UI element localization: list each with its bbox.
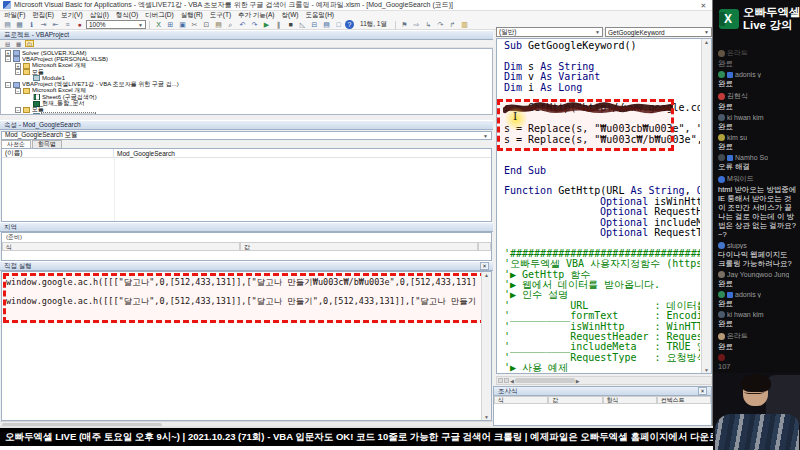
watch-column-header[interactable]: 컨텍스트 [657, 396, 711, 404]
code-line[interactable]: '▶ GetHttp 함수 [504, 270, 700, 280]
menu-item-7[interactable]: 도구(T) [210, 11, 231, 20]
code-line[interactable]: '오빠두엑셀 VBA 사용자지정함수 (https://www.opp [504, 259, 700, 269]
run-icon[interactable]: ▶ [261, 20, 272, 29]
menu-item-10[interactable]: 도움말(H) [306, 11, 335, 20]
code-line[interactable]: Sub GetGoogleKeyword() [504, 41, 700, 51]
watch-column-header[interactable]: 식 [494, 396, 548, 404]
expand-icon[interactable]: + [15, 63, 21, 69]
code-line[interactable]: Function GetHttp(URL As String, Optional… [504, 186, 700, 196]
menu-item-1[interactable]: 편집(E) [32, 11, 54, 20]
comment-block-icon[interactable]: ≡ [62, 20, 73, 29]
code-line[interactable]: Dim v As Variant [504, 72, 700, 82]
cut-icon[interactable]: ✂ [189, 20, 200, 29]
code-line[interactable]: '__________RequestHeader : RequestHead [504, 332, 700, 342]
view-excel-icon[interactable]: X [153, 20, 164, 29]
locals-column-header[interactable]: 식 [2, 242, 240, 251]
bookmark-icon[interactable]: ⚑ [399, 20, 410, 29]
design-mode-icon[interactable]: ◺ [297, 20, 308, 29]
constant-list-icon[interactable]: ▦ [14, 20, 25, 29]
find-icon[interactable]: ⌕ [225, 20, 236, 29]
horizontal-scrollbar[interactable]: ◀▶ [496, 376, 712, 385]
view-code-icon[interactable]: ▤ [3, 40, 12, 47]
tree-item[interactable]: Mod_GoogleSearch [1, 113, 492, 115]
close-icon[interactable]: ✕ [698, 1, 709, 10]
code-line[interactable]: '▶ 인수 설명 [504, 290, 700, 300]
chat-list[interactable]: Jay Youngwoo Jung완료메노즈완료Kevin Ahn완료은라트완료… [713, 44, 800, 373]
menu-item-8[interactable]: 추가 기능(A) [238, 11, 274, 20]
outdent-icon[interactable]: ⇤ [50, 20, 61, 29]
menu-item-6[interactable]: 실행(R) [181, 11, 203, 20]
watch-column-header[interactable]: 값 [548, 396, 602, 404]
breakpoint-icon[interactable]: ● [74, 20, 85, 29]
locals-panel-header[interactable]: 지역 [0, 222, 493, 232]
code-line[interactable]: '__________formText : Encoding 된 [504, 311, 700, 321]
scrollbar[interactable]: ▲▼ [481, 272, 491, 420]
code-line[interactable]: '__________isWinHttp : WinHTTP 로 [504, 322, 700, 332]
insert-userform-icon[interactable]: ⊞ [165, 20, 176, 29]
collapse-icon[interactable]: − [15, 88, 21, 94]
collapse-icon[interactable]: − [5, 82, 11, 88]
watch-column-header[interactable]: 형식 [603, 396, 657, 404]
menu-item-5[interactable]: 디버그(D) [145, 11, 174, 20]
properties-panel-header[interactable]: 속성 - Mod_GoogleSearch [0, 120, 493, 130]
copy-icon[interactable]: ⊡ [201, 20, 212, 29]
properties-window-icon[interactable]: ▤ [321, 20, 332, 29]
locals-body[interactable] [1, 251, 492, 261]
title-bar[interactable]: Microsoft Visual Basic for Applications … [0, 0, 712, 11]
menu-item-9[interactable]: 창(W) [282, 11, 299, 20]
code-line[interactable] [504, 238, 700, 248]
project-panel-header[interactable]: 프로젝트 - VBAProject [0, 30, 493, 40]
help-icon[interactable]: ? [345, 20, 354, 29]
tab-categorized[interactable]: 항목별 [32, 140, 62, 148]
next-bookmark-icon[interactable]: ⇨ [411, 20, 422, 29]
collapse-icon[interactable]: − [15, 107, 21, 113]
quick-info-icon[interactable]: ℹ [26, 20, 37, 29]
menu-item-0[interactable]: 파일(F) [4, 11, 25, 20]
code-line[interactable] [504, 155, 700, 165]
object-browser-icon[interactable]: □ [333, 20, 344, 29]
watch-panel-header[interactable]: 조사식 ✕ [493, 386, 712, 396]
code-line[interactable]: '__________URL : 데이터를 스크 [504, 301, 700, 311]
break-icon[interactable]: ∥ [273, 20, 284, 29]
code-line[interactable]: Optional includeMeta As Boo [504, 218, 700, 228]
property-list-icon[interactable]: ▤ [2, 20, 13, 29]
code-line[interactable]: Dim i As Long [504, 83, 700, 93]
redo-icon[interactable]: ↷ [249, 20, 260, 29]
tab-alphabetic[interactable]: 사전순 [1, 140, 31, 148]
close-icon[interactable]: ✕ [480, 262, 489, 270]
code-editor[interactable]: Sub GetGoogleKeyword() Dim s As StringDi… [496, 38, 712, 374]
step-over-icon[interactable]: ↷ [435, 20, 446, 29]
code-line[interactable]: '__________RequestType : 요청방식입니 [504, 353, 700, 363]
reset-icon[interactable]: ■ [285, 20, 296, 29]
code-line[interactable]: '▶ 웹에서 데이터를 받아옵니다. [504, 280, 700, 290]
undo-icon[interactable]: ↶ [237, 20, 248, 29]
project-tree[interactable]: +Solver (SOLVER.XLAM)−VBAProject (PERSON… [0, 48, 493, 115]
property-row[interactable]: (이름)Mod_GoogleSearch [2, 149, 491, 158]
save-icon[interactable]: ▣ [177, 20, 188, 29]
collapse-icon[interactable]: − [15, 69, 21, 75]
procedure-dropdown[interactable]: GetGoogleKeyword ▼ [605, 27, 712, 37]
zoom-combo[interactable]: 100% ▼ [86, 20, 146, 29]
code-line[interactable]: Optional RequestHeader As V [504, 207, 700, 217]
immediate-window[interactable]: window.google.ac.h([[["달고나",0,[512,433,1… [1, 271, 492, 421]
step-into-icon[interactable]: ↳ [423, 20, 434, 29]
paste-icon[interactable]: ▤ [213, 20, 224, 29]
code-line[interactable] [504, 51, 700, 61]
locals-column-header[interactable]: 값 [240, 242, 478, 251]
code-line[interactable]: Optional isWinHttp As Boolea [504, 197, 700, 207]
properties-grid[interactable]: (이름)Mod_GoogleSearch [1, 148, 492, 222]
project-explorer-icon[interactable]: ⊟ [309, 20, 320, 29]
locals-window-icon[interactable]: ▥ [459, 20, 470, 29]
menu-item-2[interactable]: 보기(V) [61, 11, 83, 20]
indent-icon[interactable]: ⇥ [38, 20, 49, 29]
object-dropdown[interactable]: (일반) ▼ [496, 27, 603, 37]
menu-item-4[interactable]: 형식(O) [116, 11, 138, 20]
code-line[interactable]: '▶ 사용 예제 [504, 363, 700, 373]
code-line[interactable]: Optional RequestType As Stri [504, 228, 700, 238]
watch-body[interactable] [493, 404, 712, 426]
code-line[interactable]: End Sub [504, 166, 700, 176]
properties-object-selector[interactable]: Mod_GoogleSearch 모듈 ▼ [1, 131, 492, 140]
collapse-icon[interactable]: − [5, 56, 11, 62]
toggle-folders-icon[interactable]: 🗀 [25, 40, 34, 47]
expand-icon[interactable]: + [5, 50, 11, 56]
